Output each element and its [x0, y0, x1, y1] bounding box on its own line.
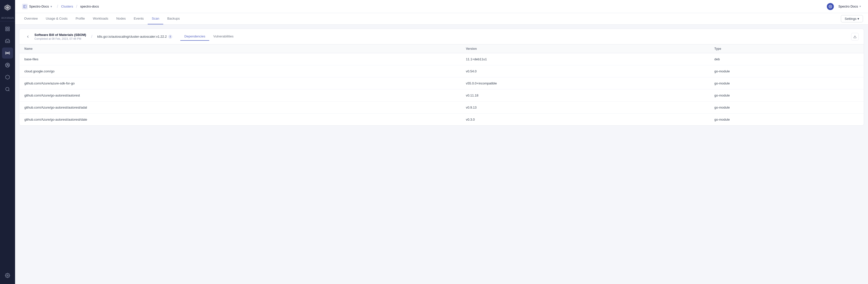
image-path: k8s.gcr.io/autoscaling/cluster-autoscale…	[97, 35, 167, 38]
sidebar-bottom	[2, 270, 13, 284]
cell-version: v55.0.0+incompatible	[461, 78, 709, 89]
cell-version: v0.54.0	[461, 65, 709, 78]
sidebar: 10.3-101121	[0, 0, 15, 284]
topbar-user-menu[interactable]: Spectro Docs ▾	[836, 3, 863, 9]
breadcrumb-separator: /	[57, 4, 58, 9]
sidebar-item-integrations[interactable]	[2, 60, 13, 70]
svg-rect-6	[8, 29, 9, 31]
card-tab-vulnerabilities[interactable]: Vulnerabilities	[209, 32, 237, 41]
cell-type: go-module	[709, 78, 864, 89]
table-row: cloud.google.com/gov0.54.0go-module	[19, 65, 864, 78]
col-name: Name	[19, 45, 461, 53]
sbom-card: Software Bill of Materials (SBOM) Comple…	[19, 29, 864, 126]
cell-version: v0.9.13	[461, 102, 709, 114]
cell-name: github.com/Azure/go-autorest/autorest/ad…	[19, 102, 461, 114]
card-header: Software Bill of Materials (SBOM) Comple…	[19, 29, 864, 45]
tab-usage-costs[interactable]: Usage & Costs	[42, 13, 71, 24]
cell-version: v0.11.18	[461, 89, 709, 102]
table-row: github.com/Azure/azure-sdk-for-gov55.0.0…	[19, 78, 864, 89]
card-header-separator: /	[91, 34, 92, 39]
nav-tabs: Overview Usage & Costs Profile Workloads…	[15, 13, 868, 25]
col-type: Type	[709, 45, 864, 53]
cell-version: v0.3.0	[461, 114, 709, 126]
settings-button[interactable]: Settings ▾	[841, 15, 863, 22]
tab-scan[interactable]: Scan	[148, 13, 163, 24]
card-tabs: Dependencies Vulnerabilities	[180, 32, 238, 41]
sidebar-item-stacks[interactable]	[2, 35, 13, 47]
svg-point-14	[830, 6, 831, 7]
table-row: github.com/Azure/go-autorest/autorest/da…	[19, 114, 864, 126]
cell-type: go-module	[709, 102, 864, 114]
settings-chevron-icon: ▾	[858, 17, 859, 21]
tab-profile[interactable]: Profile	[71, 13, 89, 24]
breadcrumb-current: spectro-docs	[80, 4, 99, 8]
svg-rect-12	[24, 5, 26, 8]
card-title-block: Software Bill of Materials (SBOM) Comple…	[34, 33, 86, 40]
svg-rect-5	[6, 29, 7, 31]
card-path: k8s.gcr.io/autoscaling/cluster-autoscale…	[97, 35, 172, 39]
sidebar-logo[interactable]	[0, 0, 15, 15]
card-tab-dependencies[interactable]: Dependencies	[180, 32, 209, 41]
cell-name: github.com/Azure/go-autorest/autorest/da…	[19, 114, 461, 126]
info-icon[interactable]: ℹ	[168, 35, 172, 39]
download-button[interactable]	[851, 33, 859, 40]
tab-overview[interactable]: Overview	[20, 13, 42, 24]
breadcrumb-clusters-link[interactable]: Clusters	[61, 4, 73, 8]
cell-name: github.com/Azure/azure-sdk-for-go	[19, 78, 461, 89]
main-content: Spectro-Docs ▾ / Clusters / spectro-docs…	[15, 0, 868, 284]
cell-name: github.com/Azure/go-autorest/autorest	[19, 89, 461, 102]
table-body: base-files11.1+deb11u1debcloud.google.co…	[19, 53, 864, 126]
sidebar-item-dashboard[interactable]	[2, 23, 13, 34]
svg-rect-4	[8, 27, 9, 28]
card-actions	[851, 33, 859, 40]
table-row: github.com/Azure/go-autorest/autorestv0.…	[19, 89, 864, 102]
user-name: Spectro Docs	[838, 4, 858, 8]
sidebar-item-registry[interactable]	[2, 72, 13, 83]
sidebar-item-workloads[interactable]	[2, 48, 13, 59]
svg-line-10	[8, 90, 9, 91]
dependencies-table: Name Version Type base-files11.1+deb11u1…	[19, 45, 864, 125]
topbar: Spectro-Docs ▾ / Clusters / spectro-docs…	[15, 0, 868, 13]
topbar-right: Spectro Docs ▾	[827, 3, 863, 10]
project-icon	[22, 4, 28, 9]
topbar-project-selector[interactable]: Spectro-Docs ▾	[20, 3, 54, 10]
project-name: Spectro-Docs	[29, 4, 49, 8]
cell-type: go-module	[709, 114, 864, 126]
table-row: base-files11.1+deb11u1deb	[19, 53, 864, 65]
sidebar-nav	[0, 21, 15, 270]
table-row: github.com/Azure/go-autorest/autorest/ad…	[19, 102, 864, 114]
cell-type: deb	[709, 53, 864, 65]
col-version: Version	[461, 45, 709, 53]
breadcrumb-separator-2: /	[76, 4, 77, 9]
nav-tabs-right: Settings ▾	[841, 15, 863, 22]
content-area: Software Bill of Materials (SBOM) Comple…	[15, 25, 868, 284]
project-chevron-icon: ▾	[51, 5, 52, 8]
back-button[interactable]	[24, 33, 31, 40]
card-subtitle: Completed at 08 Feb, 2023, 07:48 PM	[34, 37, 86, 40]
cell-type: go-module	[709, 89, 864, 102]
user-chevron-icon: ▾	[860, 5, 861, 8]
svg-point-9	[6, 87, 9, 90]
tab-events[interactable]: Events	[130, 13, 148, 24]
sidebar-item-settings[interactable]	[2, 270, 13, 281]
tab-nodes[interactable]: Nodes	[112, 13, 130, 24]
cell-type: go-module	[709, 65, 864, 78]
cell-name: cloud.google.com/go	[19, 65, 461, 78]
svg-rect-3	[6, 27, 7, 28]
sidebar-item-audit[interactable]	[2, 84, 13, 95]
sidebar-version: 10.3-101121	[0, 15, 15, 21]
alert-settings-icon[interactable]	[827, 3, 834, 10]
card-title: Software Bill of Materials (SBOM)	[34, 33, 86, 37]
svg-point-7	[7, 52, 8, 54]
svg-point-11	[7, 275, 8, 276]
tab-workloads[interactable]: Workloads	[89, 13, 112, 24]
table-head: Name Version Type	[19, 45, 864, 53]
settings-label: Settings	[845, 17, 857, 21]
cell-name: base-files	[19, 53, 461, 65]
tab-backups[interactable]: Backups	[163, 13, 184, 24]
cell-version: 11.1+deb11u1	[461, 53, 709, 65]
